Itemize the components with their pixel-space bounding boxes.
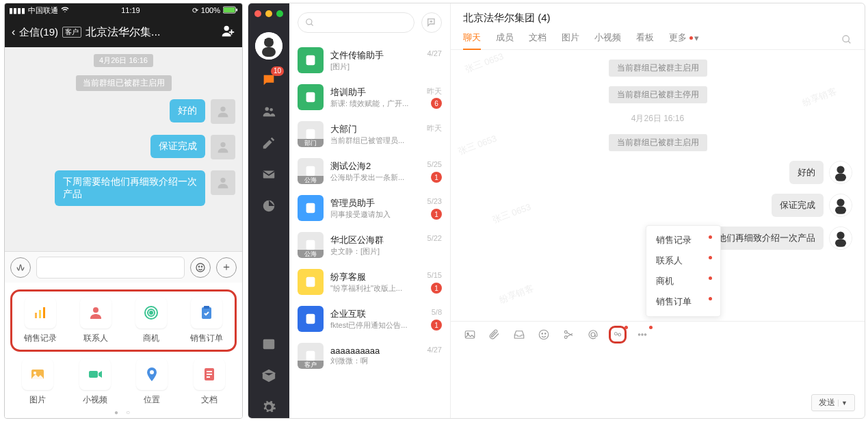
tab-more[interactable]: 更多▾ <box>669 31 699 49</box>
toolbar-emoji-icon[interactable] <box>537 328 551 341</box>
conversation-name: 管理员助手 <box>330 197 375 209</box>
unread-badge: 1 <box>431 283 442 294</box>
svg-point-66 <box>591 333 595 337</box>
minimize-dot-icon[interactable] <box>265 10 272 17</box>
conversation-row[interactable]: 公海 测试公海25/25 公海助手发出一条新... 1 <box>289 153 450 190</box>
avatar[interactable] <box>211 170 235 195</box>
popup-sales-record[interactable]: 销售记录 <box>646 230 720 250</box>
toolbar-mention-icon[interactable] <box>586 328 600 341</box>
tray-contact[interactable]: 联系人 <box>69 297 122 344</box>
add-member-icon[interactable] <box>220 23 235 41</box>
conversation-list[interactable]: 文件传输助手4/27 [图片] 培训助手昨天 新课: 绩效赋能，广开... 6 … <box>289 42 450 418</box>
conversation-row[interactable]: 纷享客服5/15 "纷享福利社"改版上... 1 <box>289 263 450 300</box>
back-icon[interactable]: ‹ <box>12 26 15 38</box>
mobile-chat-area[interactable]: 4月26日 16:16 当前群组已被群主启用 好的 保证完成 下周需要给他们再细… <box>5 47 242 251</box>
tab-members[interactable]: 成员 <box>496 31 514 49</box>
chat-message-row: 好的 <box>463 161 852 184</box>
tab-docs[interactable]: 文档 <box>529 31 547 49</box>
mobile-attachment-tray: 销售记录 联系人 商机 销售订单 图片 小视频 <box>5 283 242 419</box>
toolbar-inbox-icon[interactable] <box>512 328 526 341</box>
chat-header-title: 北京法华尔集团 (4) <box>463 12 852 25</box>
avatar[interactable] <box>829 161 852 184</box>
message-bubble[interactable]: 好的 <box>170 99 205 122</box>
chat-messages-area[interactable]: 张三 0653 张三 0653 纷享销客 张三 0653 纷享销客 当前群组已被… <box>451 50 865 321</box>
plus-icon[interactable]: ＋ <box>216 257 237 278</box>
nav-chat-icon[interactable]: 10 <box>255 69 282 91</box>
svg-point-70 <box>642 333 643 335</box>
nav-settings-icon[interactable] <box>255 396 282 418</box>
window-traffic-lights[interactable] <box>254 8 283 23</box>
avatar[interactable] <box>829 227 852 250</box>
zoom-dot-icon[interactable] <box>276 10 283 17</box>
conversation-preview: 公海助手发出一条新... <box>330 172 442 183</box>
conversation-row[interactable]: 公海 华北区公海群5/22 史文静：[图片] <box>289 227 450 263</box>
tab-board[interactable]: 看板 <box>636 31 654 49</box>
bar-chart-icon <box>25 297 56 328</box>
red-dot-icon <box>709 256 712 259</box>
tray-document[interactable]: 文档 <box>182 359 237 406</box>
conversation-row[interactable]: 文件传输助手4/27 [图片] <box>289 42 450 79</box>
carrier-label: 中国联通 <box>28 5 58 16</box>
svg-point-63 <box>545 333 547 334</box>
image-icon <box>22 359 53 390</box>
popup-contact[interactable]: 联系人 <box>646 250 720 271</box>
red-dot-icon <box>709 297 712 300</box>
toolbar-image-icon[interactable] <box>463 328 477 341</box>
nav-stats-icon[interactable] <box>255 195 282 217</box>
wifi-icon <box>61 5 69 15</box>
video-icon <box>79 359 111 390</box>
nav-window-icon[interactable] <box>255 333 282 355</box>
conversation-avatar: 公海 <box>298 158 324 184</box>
nav-contacts-icon[interactable] <box>255 101 282 122</box>
toolbar-crm-icon[interactable] <box>611 328 624 341</box>
message-bubble[interactable]: 下周需要给他们再细致介绍一次产品 <box>55 170 205 206</box>
svg-rect-42 <box>306 166 315 177</box>
chat-search-icon[interactable] <box>841 34 852 47</box>
tray-image[interactable]: 图片 <box>10 359 65 406</box>
tab-images[interactable]: 图片 <box>562 31 579 49</box>
tray-video[interactable]: 小视频 <box>68 359 122 406</box>
message-editor[interactable]: 发送 ▼ <box>451 347 865 418</box>
svg-point-61 <box>539 330 549 339</box>
conversation-avatar: 部门 <box>298 121 324 147</box>
new-chat-icon[interactable] <box>421 12 442 33</box>
message-input[interactable] <box>36 257 185 279</box>
nav-edit-icon[interactable] <box>255 132 282 154</box>
avatar[interactable] <box>211 99 235 124</box>
tray-location[interactable]: 位置 <box>125 359 180 406</box>
user-avatar[interactable] <box>255 32 282 60</box>
toolbar-attach-icon[interactable] <box>488 328 501 341</box>
message-bubble[interactable]: 好的 <box>789 161 824 184</box>
close-dot-icon[interactable] <box>254 10 261 17</box>
tray-sales-order[interactable]: 销售订单 <box>181 297 233 344</box>
emoji-icon[interactable] <box>190 257 211 278</box>
avatar[interactable] <box>211 135 235 159</box>
svg-rect-24 <box>207 376 210 378</box>
popup-opportunity[interactable]: 商机 <box>646 271 720 292</box>
tab-chat[interactable]: 聊天 <box>463 31 481 49</box>
back-label[interactable]: 企信(19) <box>19 26 58 39</box>
toolbar-scissors-icon[interactable] <box>562 328 575 341</box>
svg-rect-16 <box>202 307 211 319</box>
tab-video[interactable]: 小视频 <box>594 31 621 49</box>
nav-box-icon[interactable] <box>255 365 282 387</box>
nav-mail-icon[interactable] <box>255 164 282 185</box>
conversation-row[interactable]: 部门 大部门昨天 当前群组已被管理员... <box>289 116 450 153</box>
tray-sales-record[interactable]: 销售记录 <box>14 297 66 344</box>
toolbar-more-icon[interactable] <box>635 328 649 341</box>
search-input[interactable] <box>298 12 415 33</box>
conversation-name: 华北区公海群 <box>330 234 384 246</box>
conversation-row[interactable]: 管理员助手5/23 同事接受邀请加入 1 <box>289 190 450 227</box>
avatar[interactable] <box>829 194 852 217</box>
message-bubble[interactable]: 保证完成 <box>772 194 824 217</box>
conversation-row[interactable]: 培训助手昨天 新课: 绩效赋能，广开... 6 <box>289 79 450 116</box>
conversation-row[interactable]: 客户 aaaaaaaaaa4/27 刘微微：啊 <box>289 337 450 374</box>
conversation-row[interactable]: 企业互联5/8 fktest已停用通知公告... 1 <box>289 300 450 337</box>
person-icon <box>80 297 111 328</box>
tray-opportunity[interactable]: 商机 <box>125 297 178 344</box>
voice-icon[interactable] <box>10 257 31 278</box>
conversation-name: 测试公海2 <box>330 160 371 172</box>
popup-sales-order[interactable]: 销售订单 <box>646 292 720 312</box>
send-button[interactable]: 发送 ▼ <box>811 394 855 411</box>
message-bubble[interactable]: 保证完成 <box>150 135 205 158</box>
